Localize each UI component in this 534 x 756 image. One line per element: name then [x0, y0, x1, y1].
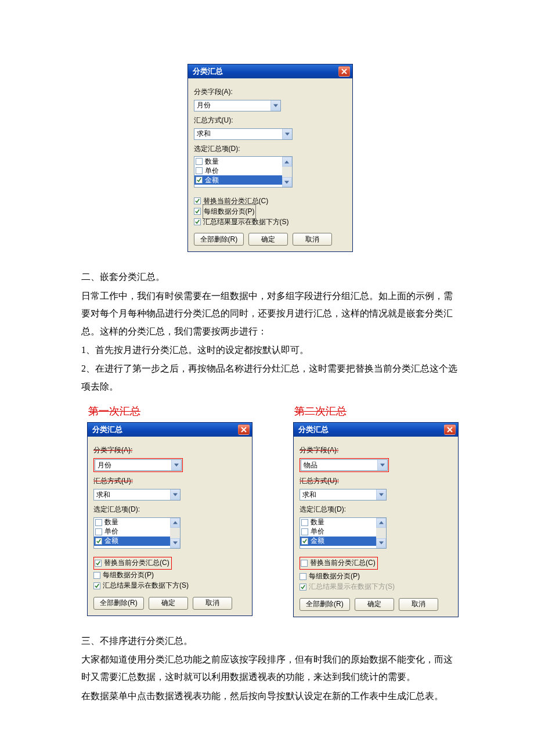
items-label: 选定汇总项(D):: [300, 503, 452, 516]
subtotal-dialog-left: 分类汇总 分类字段(A): 月份 汇总方式(U): 求和: [87, 422, 252, 615]
section2-p2: 1、首先按月进行分类汇总。这时的设定都按默认即可。: [81, 341, 459, 359]
section2-heading: 二、嵌套分类汇总。: [81, 268, 459, 286]
remove-all-button[interactable]: 全部删除(R): [300, 598, 350, 611]
chevron-down-icon[interactable]: [170, 538, 180, 548]
section3: 三、不排序进行分类汇总。 大家都知道使用分类汇总功能之前应该按字段排序，但有时我…: [81, 632, 459, 705]
close-icon[interactable]: [444, 424, 456, 435]
checkbox-icon[interactable]: [301, 538, 308, 545]
section3-p2: 在数据菜单中点击数据透视表功能，然后按向导按默认设定在新的工作表中生成汇总表。: [81, 687, 459, 705]
checkbox-icon[interactable]: [93, 572, 100, 579]
chevron-down-icon[interactable]: [376, 489, 386, 500]
checkbox-icon[interactable]: [194, 197, 201, 204]
checkbox-icon[interactable]: [301, 560, 308, 567]
close-icon[interactable]: [338, 66, 350, 77]
method-label: 汇总方式(U):: [194, 114, 347, 127]
checkbox-icon[interactable]: [196, 177, 203, 183]
checkbox-icon[interactable]: [301, 528, 308, 535]
ok-button[interactable]: 确定: [149, 597, 188, 610]
titlebar[interactable]: 分类汇总: [88, 423, 252, 437]
items-label: 选定汇总项(D):: [93, 503, 246, 516]
chevron-down-icon[interactable]: [171, 460, 181, 470]
checkbox-icon[interactable]: [301, 519, 308, 526]
field-label: 分类字段(A):: [300, 444, 452, 457]
section3-heading: 三、不排序进行分类汇总。: [81, 632, 459, 650]
opt-below[interactable]: 汇总结果显示在数据下方(S): [93, 581, 246, 591]
method-label: 汇总方式(U):: [300, 474, 452, 488]
field-label: 分类字段(A):: [194, 85, 347, 99]
items-listbox[interactable]: 数量 单价 金额: [300, 517, 387, 549]
list-item[interactable]: 金额: [194, 175, 282, 185]
field-value: 物品: [304, 459, 317, 472]
cancel-button[interactable]: 取消: [399, 598, 438, 611]
method-combo[interactable]: 求和: [194, 128, 293, 140]
titlebar[interactable]: 分类汇总: [188, 64, 352, 78]
items-listbox[interactable]: 数量 单价 金额: [93, 517, 181, 549]
chevron-down-icon[interactable]: [270, 100, 280, 111]
field-combo[interactable]: 月份: [95, 459, 182, 471]
method-value: 求和: [197, 127, 211, 141]
cancel-button[interactable]: 取消: [193, 597, 232, 610]
method-value: 求和: [302, 488, 316, 502]
field-combo[interactable]: 物品: [301, 459, 388, 471]
subtotal-dialog-top: 分类汇总 分类字段(A): 月份 汇总方式(U): 求和 选定汇总项(D):: [187, 64, 353, 252]
method-value: 求和: [96, 488, 110, 502]
dialog-title: 分类汇总: [298, 423, 329, 437]
remove-all-button[interactable]: 全部删除(R): [93, 597, 144, 610]
checkbox-icon[interactable]: [95, 560, 102, 567]
opt-replace[interactable]: 替换当前分类汇总(C): [301, 558, 377, 568]
section3-p1: 大家都知道使用分类汇总功能之前应该按字段排序，但有时我们的原始数据不能变化，而这…: [81, 651, 459, 686]
list-item[interactable]: 金额: [94, 537, 170, 546]
close-icon[interactable]: [238, 424, 250, 435]
chevron-down-icon[interactable]: [170, 489, 180, 500]
chevron-down-icon[interactable]: [282, 177, 292, 187]
chevron-down-icon[interactable]: [376, 538, 386, 548]
checkbox-icon[interactable]: [95, 528, 102, 535]
items-listbox[interactable]: 数量 单价 金额: [194, 156, 293, 188]
list-item[interactable]: 金额: [300, 537, 376, 546]
dialog-title: 分类汇总: [92, 423, 122, 437]
checkbox-icon[interactable]: [300, 573, 306, 580]
chevron-down-icon[interactable]: [282, 129, 292, 139]
ok-button[interactable]: 确定: [248, 233, 288, 246]
method-combo[interactable]: 求和: [300, 489, 387, 501]
scrollbar[interactable]: [376, 518, 386, 548]
checkbox-icon: [300, 584, 306, 591]
field-label: 分类字段(A):: [93, 444, 246, 457]
opt-below[interactable]: 汇总结果显示在数据下方(S): [194, 217, 347, 227]
method-label: 汇总方式(U):: [93, 474, 246, 488]
scrollbar[interactable]: [282, 157, 292, 187]
method-combo[interactable]: 求和: [93, 489, 181, 501]
section2-p3: 2、在进行了第一步之后，再按物品名称进行分灶汇总，这时需要把替换当前分类汇总这个…: [81, 360, 459, 395]
chevron-up-icon[interactable]: [376, 518, 386, 528]
pair-left-title: 第一次汇总: [88, 401, 252, 421]
checkbox-icon[interactable]: [95, 519, 102, 526]
checkbox-icon[interactable]: [196, 167, 203, 174]
opt-replace[interactable]: 替换当前分类汇总(C): [95, 558, 171, 568]
items-label: 选定汇总项(D):: [194, 142, 347, 156]
checkbox-icon[interactable]: [95, 538, 102, 545]
chevron-up-icon[interactable]: [170, 518, 180, 528]
remove-all-button[interactable]: 全部删除(R): [194, 233, 244, 246]
pair-right-title: 第二次汇总: [294, 401, 459, 421]
ok-button[interactable]: 确定: [355, 598, 394, 611]
section2: 二、嵌套分类汇总。 日常工作中，我们有时侯需要在一组数据中，对多组字段进行分组汇…: [81, 268, 459, 395]
subtotal-dialog-right: 分类汇总 分类字段(A): 物品 汇总方式(U): 求和: [293, 422, 459, 617]
checkbox-icon[interactable]: [93, 582, 100, 589]
checkbox-icon[interactable]: [196, 158, 203, 165]
field-value: 月份: [98, 459, 111, 472]
checkbox-icon[interactable]: [194, 208, 201, 215]
dialog-title: 分类汇总: [193, 64, 223, 79]
cancel-button[interactable]: 取消: [293, 233, 332, 246]
chevron-up-icon[interactable]: [282, 157, 292, 167]
field-value: 月份: [197, 99, 211, 112]
chevron-down-icon[interactable]: [377, 460, 387, 470]
opt-below: 汇总结果显示在数据下方(S): [300, 582, 452, 592]
scrollbar[interactable]: [170, 518, 180, 548]
checkbox-icon[interactable]: [194, 218, 201, 225]
field-combo[interactable]: 月份: [194, 100, 281, 111]
titlebar[interactable]: 分类汇总: [294, 423, 458, 437]
dialog-pair: 第一次汇总 分类汇总 分类字段(A): 月份 汇总方式(U):: [87, 401, 459, 617]
section2-p1: 日常工作中，我们有时侯需要在一组数据中，对多组字段进行分组汇总。如上面的示例，需…: [81, 287, 459, 340]
